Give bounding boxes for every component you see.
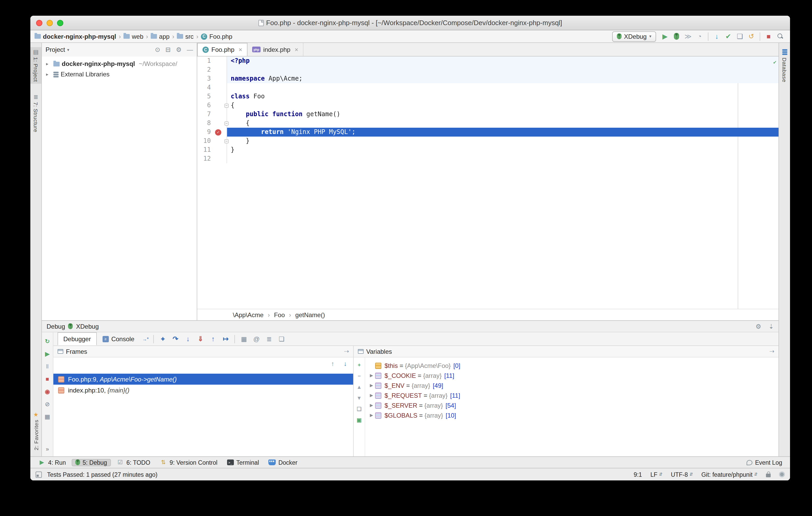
code-line-4[interactable]: 4 [197,83,779,92]
code-line-1[interactable]: 1<?php [197,57,779,65]
step-out-button[interactable]: ↑ [207,335,220,343]
hide-debug-panel-icon[interactable]: ⇣ [768,323,774,329]
encoding-widget[interactable]: UTF-8 ⇵ [671,471,693,478]
breadcrumb-item-app-acme[interactable]: \App\Acme [233,311,263,318]
fold-marker-icon[interactable]: − [225,104,229,108]
frame-row[interactable]: Foo.php:9, App\Acme\Foo->getName() [53,374,353,385]
close-window-button[interactable] [36,20,42,26]
show-types-button[interactable]: ▣ [357,418,362,423]
code-line-2[interactable]: 2 [197,65,779,74]
show-values-inline-button[interactable]: ≣ [263,335,276,343]
profiler-button[interactable]: ◔ [694,31,705,41]
code-region[interactable]: 1<?php23namespace App\Acme;45class Foo6−… [197,57,779,309]
scroll-to-end-icon[interactable]: →* [142,336,149,341]
tab-debugger[interactable]: Debugger [58,332,96,345]
tool-stripe-button-project[interactable]: ▤1: Project [30,47,41,84]
tool-window-button-6-todo[interactable]: ☑6: TODO [113,459,154,466]
code-line-10[interactable]: 10− } [197,137,779,145]
fold-marker-icon[interactable]: − [225,139,229,143]
more-actions-button[interactable]: » [46,447,49,452]
line-separator-widget[interactable]: LF ⇵ [650,471,662,478]
minimize-window-button[interactable] [47,20,53,26]
expand-arrow-icon[interactable]: ▶ [368,403,375,408]
editor-tab-foo-php[interactable]: CFoo.php× [197,43,248,56]
tool-window-button-9-version-control[interactable]: ⇅9: Version Control [156,459,221,466]
commit-button[interactable]: ✔ [723,31,734,41]
next-frame-button[interactable]: ↓ [344,360,347,367]
breadcrumb-item-foo[interactable]: Foo [274,311,285,318]
tool-window-button-4-run[interactable]: ▶4: Run [34,459,69,466]
step-into-button[interactable]: ↓ [182,335,194,343]
tool-stripe-button-database[interactable]: Database [779,47,790,85]
code-line-5[interactable]: 5class Foo [197,92,779,101]
remove-watch-button[interactable]: − [357,374,361,379]
tool-window-button-docker[interactable]: Docker [265,459,301,466]
code-line-8[interactable]: 8− { [197,119,779,128]
pause-button[interactable]: ‖ [46,364,49,370]
run-to-cursor-button[interactable]: ↦ [220,335,232,343]
code-line-9[interactable]: 9✓ return 'Nginx PHP MySQL'; [197,128,779,137]
rerun-debugger-button[interactable]: ↻ [45,339,50,344]
code-line-6[interactable]: 6−{ [197,101,779,110]
restore-layout-button[interactable]: ▦ [45,414,50,420]
tool-stripe-button-structure[interactable]: ≣7: Structure [30,92,41,135]
expand-arrow-icon[interactable]: ▶ [368,393,375,398]
project-tree-item-docker-nginx-php-mysql[interactable]: ▸docker-nginx-php-mysql ~/Workspace/ [42,59,197,69]
highlighting-level-icon[interactable] [779,471,785,477]
debug-settings-icon[interactable]: ⚙ [755,323,761,329]
variable-row-globals[interactable]: ▶$GLOBALS = {array}[10] [365,410,779,420]
update-project-button[interactable]: ↓ [711,31,723,41]
project-tree-item-external-libraries[interactable]: ▸External Libraries [42,69,197,80]
breadcrumb-item-app[interactable]: app [151,33,170,40]
stop-button[interactable]: ■ [763,31,774,41]
code-line-12[interactable]: 12 [197,154,779,163]
add-watch-button[interactable]: + [357,363,361,368]
variable-row-request[interactable]: ▶$_REQUEST = {array}[11] [365,391,779,400]
locate-file-icon[interactable]: ⊙ [155,47,160,53]
run-with-coverage-button[interactable]: ≫ [682,31,694,41]
expand-arrow-icon[interactable]: ▶ [368,383,375,388]
git-branch-widget[interactable]: Git: feature/phpunit ⇵ [701,471,758,478]
inspections-ok-icon[interactable]: ✔ [773,59,776,65]
variable-row-this[interactable]: $this = {App\Acme\Foo}[0] [365,361,779,371]
view-breakpoints-button[interactable]: ◉ [45,389,50,395]
close-icon[interactable]: × [295,46,298,53]
force-step-into-button[interactable]: ⇓ [194,335,207,343]
tool-window-button-event-log[interactable]: Event Log [743,459,786,466]
breadcrumb-item-docker-nginx-php-mysql[interactable]: docker-nginx-php-mysql [34,33,116,40]
panel-menu-icon[interactable]: ⇢ [344,348,349,355]
status-message[interactable]: Tests Passed: 1 passed (27 minutes ago) [47,471,157,478]
breadcrumb-item-web[interactable]: web [123,33,143,40]
tool-window-button-5-debug[interactable]: 5: Debug [72,459,111,466]
show-execution-point-button[interactable]: ⌖ [157,335,169,343]
watches-button[interactable]: @ [250,335,263,343]
copy-value-button[interactable]: ❏ [357,407,361,412]
fold-marker-icon[interactable]: − [225,121,229,125]
clear-button[interactable]: ❏ [276,335,288,343]
editor-tab-index-php[interactable]: phpindex.php× [248,43,303,56]
code-line-7[interactable]: 7 public function getName() [197,110,779,119]
tool-stripe-button-favorites[interactable]: ★2: Favorites [30,409,41,452]
tool-window-button-terminal[interactable]: >_Terminal [223,459,263,466]
collapse-all-icon[interactable]: ⊟ [165,47,171,53]
chevron-down-icon[interactable]: ▾ [67,47,69,52]
zoom-window-button[interactable] [57,20,63,26]
hide-panel-icon[interactable]: — [187,47,193,53]
breadcrumb-item-foo-php[interactable]: CFoo.php [201,33,232,40]
frame-row[interactable]: index.php:10, {main}() [53,385,353,396]
debug-button[interactable] [671,31,682,41]
expand-arrow-icon[interactable]: ▶ [368,373,375,378]
breadcrumb-item-src[interactable]: src [177,33,194,40]
panel-menu-icon[interactable]: ⇢ [770,348,774,355]
breadcrumb-item-getname[interactable]: getName() [295,311,325,318]
run-configuration-select[interactable]: XDebug ▾ [612,31,656,41]
mute-breakpoints-button[interactable]: ⊘ [45,401,50,407]
chevron-right-icon[interactable]: ▸ [46,61,51,66]
tool-window-switcher-icon[interactable] [36,471,42,478]
run-button[interactable]: ▶ [659,31,671,41]
code-line-11[interactable]: 11} [197,145,779,154]
stop-button[interactable]: ■ [46,376,49,382]
tab-console[interactable]: ≥Console [96,332,140,345]
titlebar[interactable]: Foo.php - docker-nginx-php-mysql - [~/Wo… [30,16,790,30]
move-up-button[interactable]: ▲ [356,385,362,390]
